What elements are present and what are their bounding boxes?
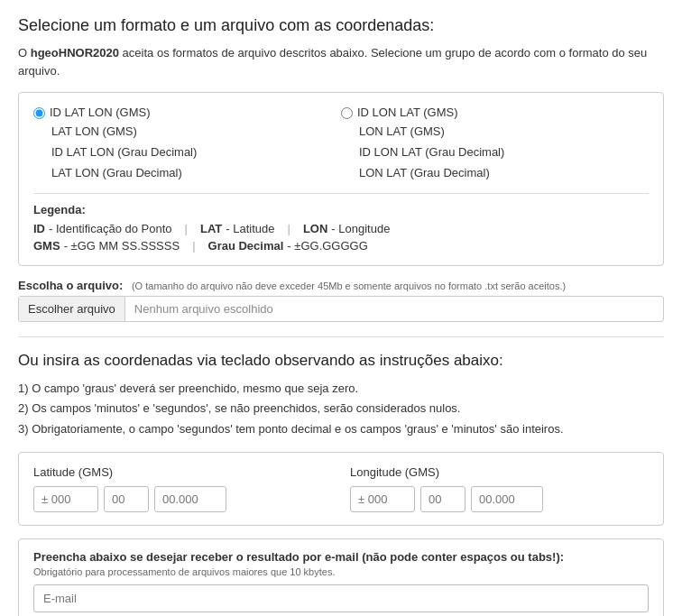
keyboard-section: Ou insira as coordenadas via teclado obs… xyxy=(18,352,664,525)
format-sub-1: LAT LON (GMS) xyxy=(33,123,341,142)
file-name-display: Nenhum arquivo escolhido xyxy=(125,297,663,321)
radio-label-1: ID LAT LON (GMS) xyxy=(50,106,150,119)
file-label-note: (O tamanho do arquivo não deve exceder 4… xyxy=(132,280,566,291)
legend-lon: LON - Longitude xyxy=(303,222,391,235)
legend-row-1: ID - Identificação do Ponto | LAT - Lati… xyxy=(33,222,649,235)
page-title: Selecione um formato e um arquivo com as… xyxy=(18,16,664,35)
longitude-deg-input[interactable] xyxy=(350,486,415,512)
format-columns: ID LAT LON (GMS) LAT LON (GMS) ID LAT LO… xyxy=(33,106,649,182)
keyboard-title: Ou insira as coordenadas via teclado obs… xyxy=(18,352,664,370)
legend-sep-id: - Identificação do Ponto xyxy=(49,222,172,235)
format-sub-4: LON LAT (GMS) xyxy=(341,123,649,142)
instruction-3: 3) Obrigatoriamente, o campo 'segundos' … xyxy=(18,419,664,439)
format-sub-5: ID LON LAT (Grau Decimal) xyxy=(341,143,649,162)
coords-row: Latitude (GMS) Longitude (GMS) xyxy=(33,465,649,512)
format-sub-2: ID LAT LON (Grau Decimal) xyxy=(33,143,341,162)
longitude-min-input[interactable] xyxy=(420,486,465,512)
format-col-1: ID LAT LON (GMS) LAT LON (GMS) ID LAT LO… xyxy=(33,106,341,182)
latitude-label: Latitude (GMS) xyxy=(33,465,332,479)
instruction-2: 2) Os campos 'minutos' e 'segundos', se … xyxy=(18,399,664,418)
legend-row-2: GMS - ±GG MM SS.SSSSS | Grau Decimal - ±… xyxy=(33,239,649,253)
legend-key-grau: Grau Decimal xyxy=(208,239,284,253)
longitude-group: Longitude (GMS) xyxy=(350,465,649,512)
latitude-group: Latitude (GMS) xyxy=(33,465,332,512)
radio-label-2: ID LON LAT (GMS) xyxy=(357,106,457,119)
format-selection-box: ID LAT LON (GMS) LAT LON (GMS) ID LAT LO… xyxy=(18,92,664,266)
legend-id: ID - Identificação do Ponto xyxy=(33,222,172,235)
longitude-sec-input[interactable] xyxy=(471,486,543,512)
latitude-sec-input[interactable] xyxy=(154,486,226,512)
legend-section: Legenda: ID - Identificação do Ponto | L… xyxy=(33,193,649,253)
legend-key-lat: LAT xyxy=(200,222,222,235)
legend-key-lon: LON xyxy=(303,222,327,235)
file-label-text: Escolha o arquivo: xyxy=(18,279,123,292)
latitude-min-input[interactable] xyxy=(104,486,149,512)
format-sub-3: LAT LON (Grau Decimal) xyxy=(33,164,341,183)
latitude-deg-input[interactable] xyxy=(33,486,98,512)
radio-row-1[interactable]: ID LAT LON (GMS) xyxy=(33,106,341,119)
latitude-inputs xyxy=(33,486,332,512)
format-col-2: ID LON LAT (GMS) LON LAT (GMS) ID LON LA… xyxy=(341,106,649,182)
instructions: 1) O campo 'graus' deverá ser preenchido… xyxy=(18,379,664,438)
radio-row-2[interactable]: ID LON LAT (GMS) xyxy=(341,106,649,119)
legend-key-gms: GMS xyxy=(33,239,60,253)
legend-sep-2: | xyxy=(288,222,290,235)
legend-sep-1: | xyxy=(185,222,188,235)
intro-paragraph: O hgeoHNOR2020 aceita os formatos de arq… xyxy=(18,44,664,79)
legend-sep-lat: - Latitude xyxy=(226,222,274,235)
app-name: hgeoHNOR2020 xyxy=(31,46,119,60)
longitude-label: Longitude (GMS) xyxy=(350,465,649,479)
divider xyxy=(18,336,664,337)
file-choose-button[interactable]: Escolher arquivo xyxy=(19,297,125,321)
legend-sep-lon: - Longitude xyxy=(331,222,390,235)
file-section: Escolha o arquivo: (O tamanho do arquivo… xyxy=(18,279,664,322)
file-label: Escolha o arquivo: (O tamanho do arquivo… xyxy=(18,279,664,292)
longitude-inputs xyxy=(350,486,649,512)
legend-gms: GMS - ±GG MM SS.SSSSS xyxy=(33,239,180,253)
email-label: Preencha abaixo se desejar receber o res… xyxy=(33,550,649,564)
legend-gms-desc: - ±GG MM SS.SSSSS xyxy=(64,239,180,253)
radio-id-lon-lat-gms[interactable] xyxy=(341,107,353,119)
coords-container: Latitude (GMS) Longitude (GMS) xyxy=(18,452,664,526)
file-input-row: Escolher arquivo Nenhum arquivo escolhid… xyxy=(18,296,664,322)
instruction-1: 1) O campo 'graus' deverá ser preenchido… xyxy=(18,379,664,399)
email-input[interactable] xyxy=(33,584,649,612)
legend-grau-desc: - ±GG.GGGGG xyxy=(287,239,367,253)
format-sub-6: LON LAT (Grau Decimal) xyxy=(341,164,649,183)
email-section-box: Preencha abaixo se desejar receber o res… xyxy=(18,538,664,616)
legend-lat: LAT - Latitude xyxy=(200,222,275,235)
legend-title: Legenda: xyxy=(33,203,649,216)
legend-sep-3: | xyxy=(192,239,195,253)
email-note: Obrigatório para processamento de arquiv… xyxy=(33,566,649,577)
legend-key-id: ID xyxy=(33,222,45,235)
legend-grau: Grau Decimal - ±GG.GGGGG xyxy=(208,239,368,253)
radio-id-lat-lon-gms[interactable] xyxy=(33,107,45,119)
